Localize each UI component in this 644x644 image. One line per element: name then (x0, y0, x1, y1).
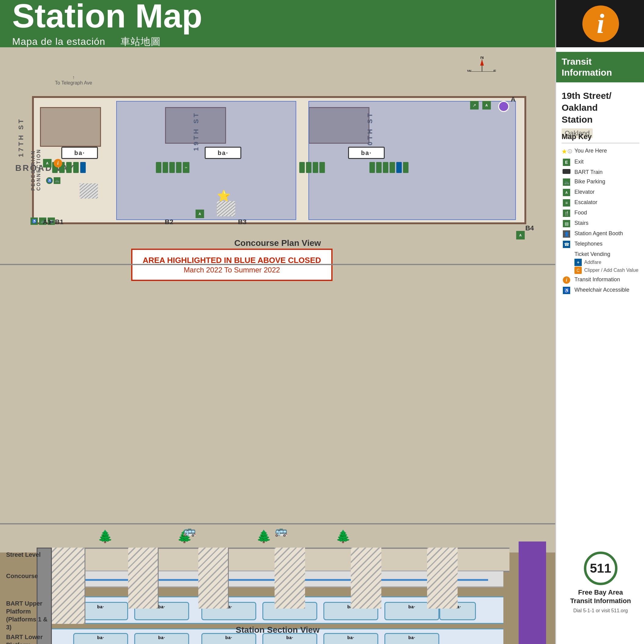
exit-sign-right: ↗ (470, 101, 479, 110)
street-level-label: Street Level (6, 551, 41, 559)
info-icon: i (582, 5, 619, 42)
five11-sub: Dial 5-1-1 or visit 511.org (562, 608, 639, 613)
transit-info-label: Transit Information (556, 52, 644, 82)
header-subtitle: Mapa de la estación 車站地圖 (12, 35, 543, 49)
gates-right (299, 162, 325, 173)
agent-icon: 👤 (562, 230, 571, 238)
bart-logo-left: ba· (61, 147, 98, 159)
five11-box: 511 Free Bay Area Transit Information Di… (556, 545, 644, 620)
key-telephones: ☎ Telephones (562, 241, 639, 248)
entry-b3: B3 (238, 218, 246, 226)
lower-platform-label: BART Lower Platform(Platform 2) (6, 633, 49, 644)
train-lower-2: ba· (134, 633, 189, 644)
key-label-youarehere: You Are Here (574, 148, 607, 154)
tree-4: 🌲 (336, 529, 351, 544)
svg-marker-2 (480, 59, 484, 66)
divider-2 (0, 523, 555, 524)
bus-icon: 🚌 (183, 525, 196, 537)
key-bike: 🚲 Bike Parking (562, 178, 639, 186)
station-building: ba· ba· ba· A i (32, 96, 526, 224)
stairs-left-section (49, 548, 85, 624)
train-lower-5: ba· (323, 633, 378, 644)
station-name: 19th Street/OaklandStation (562, 90, 639, 125)
entry-b1: B1 (55, 218, 63, 226)
purple-structure (519, 541, 546, 644)
stairs-icon: ▤ (562, 220, 571, 227)
five11-text: Free Bay Area Transit Information (562, 588, 639, 606)
wheelchair-icon: ♿ (562, 287, 571, 294)
entry-b2: B2 (165, 218, 173, 226)
clipper-sublabel: C Clipper / Add Cash Value (574, 267, 639, 274)
you-are-here-star: ⭐ (217, 189, 231, 202)
key-exit: E Exit (562, 159, 639, 166)
key-bart-train: BART Train (562, 169, 639, 175)
stairs-right-section (427, 548, 458, 609)
key-station-agent: 👤 Station Agent Booth (562, 230, 639, 238)
stairs-mid2-section (198, 548, 229, 609)
food-icon: 🍴 (562, 210, 571, 217)
section-view-label: Station Section View (236, 625, 320, 635)
concourse-level-label: Concourse (6, 572, 38, 580)
key-label-station-agent: Station Agent Booth (574, 230, 623, 237)
key-label-bike: Bike Parking (574, 178, 605, 185)
key-transit-info: i Transit Information (562, 276, 639, 284)
star-icon: ★ⓘ (562, 148, 571, 156)
concourse-plan-label: Concourse Plan View (234, 238, 321, 248)
map-area: N E S W ba· ba· ba· (0, 47, 555, 523)
elevator-symbol-1: A (43, 159, 52, 167)
pedestrian-connection: PEDESTRIAN CONNECTION (31, 130, 41, 191)
subtitle-chinese: 車站地圖 (121, 36, 161, 47)
key-you-are-here: ★ⓘ You Are Here (562, 148, 639, 156)
exit-icon: E (562, 159, 571, 166)
key-label-transit-info: Transit Information (574, 276, 620, 283)
map-key-box: Map Key ★ⓘ You Are Here E Exit BART Trai… (556, 128, 644, 301)
key-label-elevator: Elevator (574, 189, 595, 195)
svg-text:N: N (480, 56, 484, 60)
stairs-symbol-bottom (217, 201, 235, 216)
key-food: 🍴 Food (562, 210, 639, 217)
five11-number: 511 (590, 561, 611, 576)
tree-1: 🌲 (98, 529, 113, 544)
concourse-bg: ba· ba· ba· A i (15, 72, 540, 249)
section-view: 🌲 🌲 🌲 🌲 🚌 🚌 i ba· ba· ba· ba· ba· ba· (0, 523, 555, 644)
blue-zone-left (116, 101, 296, 220)
elevator-icon: A (562, 189, 571, 196)
stairs-mid-section (128, 548, 159, 609)
key-label-exit: Exit (574, 159, 584, 165)
divider (0, 264, 555, 265)
bart-logo-center: ba· (205, 147, 241, 159)
train-icon (562, 169, 571, 174)
gates-middle: ✂ (156, 162, 189, 173)
key-wheelchair: ♿ Wheelchair Accessible (562, 287, 639, 294)
telegraph-label: To Telegraph Ave (55, 80, 92, 86)
five11-line1: Free Bay Area (562, 588, 639, 597)
key-stairs: ▤ Stairs (562, 220, 639, 227)
key-label-escalator: Escalator (574, 199, 597, 206)
elevator-symbol-bottom: A (196, 210, 204, 218)
info-panel: i Transit Information 19th Street/Oaklan… (555, 0, 644, 644)
booth-a1 (40, 107, 101, 147)
entry-a-circle (498, 101, 509, 112)
key-ticket-vending: Ticket Vending (562, 251, 639, 257)
transit-info-icon: i (562, 276, 571, 284)
stairs-symbol-1 (80, 183, 98, 199)
street-17th: 17TH ST (17, 117, 25, 157)
escalator-icon: ≡ (562, 199, 571, 207)
bart-logo-right: ba· (348, 147, 385, 159)
info-icon-box: i (556, 0, 644, 47)
key-label-telephones: Telephones (574, 241, 603, 247)
train-lower-1: ba· (73, 633, 128, 644)
elevator-b4: A (516, 231, 525, 239)
key-label-food: Food (574, 210, 587, 216)
entry-a1: A1 (43, 218, 51, 226)
info-circle-1: i (54, 159, 62, 167)
key-escalator: ≡ Escalator (562, 199, 639, 207)
upper-platform-label: BART Upper Platform(Platforms 1 & 3) (6, 599, 49, 631)
key-elevator: A Elevator (562, 189, 639, 196)
closed-notice-line2: March 2022 To Summer 2022 (140, 266, 324, 274)
addfare-sublabel: + Addfare (574, 259, 639, 266)
tree-3: 🌲 (256, 529, 272, 544)
key-label-stairs: Stairs (574, 220, 588, 226)
page-title: Station Map (12, 0, 543, 33)
subtitle-spanish: Mapa de la estación (12, 36, 105, 47)
